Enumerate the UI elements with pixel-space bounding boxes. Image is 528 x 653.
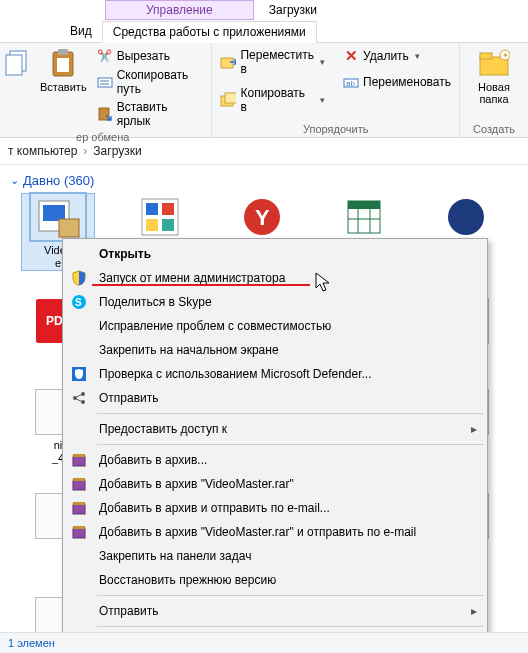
paste-shortcut-button[interactable]: Вставить ярлык [97,100,204,128]
copy-path-icon [97,74,113,90]
copy-path-button[interactable]: Скопировать путь [97,68,204,96]
app-icon [439,194,493,240]
ribbon-tab-view[interactable]: Вид [60,21,102,41]
menu-restore-version[interactable]: Восстановить прежнюю версию [65,568,485,592]
svg-rect-47 [73,502,85,505]
ribbon-group-create: Создать [468,123,520,135]
title-tabs: Управление Загрузки [0,0,528,20]
svg-rect-42 [73,456,85,466]
svg-point-38 [81,392,85,396]
excel-icon [337,194,391,240]
svg-rect-24 [146,219,158,231]
cut-button[interactable]: ✂️ Вырезать [97,48,204,64]
svg-rect-44 [73,480,85,490]
chevron-down-icon: ▾ [320,95,325,105]
copy-to-icon [220,92,236,108]
winrar-icon [69,498,89,518]
menu-give-access[interactable]: Предоставить доступ к▸ [65,417,485,441]
svg-rect-4 [57,58,69,72]
delete-icon: ✕ [343,48,359,64]
menu-send[interactable]: Отправить [65,386,485,410]
svg-rect-23 [162,203,174,215]
svg-rect-15 [480,53,492,59]
breadcrumb-computer[interactable]: т компьютер [8,144,77,158]
rename-button[interactable]: ab Переименовать [343,74,451,90]
svg-rect-8 [99,108,109,120]
copy-path-label: Скопировать путь [117,68,204,96]
menu-compatibility[interactable]: Исправление проблем с совместимостью [65,314,485,338]
paste-shortcut-icon [97,106,113,122]
ribbon: Вставить ✂️ Вырезать Скопировать путь [0,43,528,138]
svg-rect-11 [225,93,236,103]
svg-line-40 [77,395,82,398]
chevron-right-icon: › [83,144,87,158]
ribbon-tabs: Вид Средства работы с приложениями [0,20,528,43]
svg-rect-29 [348,201,380,209]
svg-rect-20 [59,219,79,237]
ribbon-group-clipboard: ер обмена [2,131,203,143]
yandex-icon: Y [235,194,289,240]
group-header-label: Давно (360) [23,173,94,188]
copy-to-button[interactable]: Копировать в▾ [220,86,325,114]
svg-point-39 [81,400,85,404]
rename-icon: ab [343,74,359,90]
ribbon-tab-app-tools[interactable]: Средства работы с приложениями [102,21,317,43]
new-folder-icon: ✦ [478,47,510,79]
svg-rect-49 [73,526,85,529]
move-to-label: Переместить в [240,48,314,76]
breadcrumb-downloads[interactable]: Загрузки [93,144,141,158]
chevron-down-icon: ⌄ [10,174,19,187]
menu-send-to[interactable]: Отправить▸ [65,599,485,623]
menu-archive-email-named[interactable]: Добавить в архив "VideoMaster.rar" и отп… [65,520,485,544]
menu-add-archive-named[interactable]: Добавить в архив "VideoMaster.rar" [65,472,485,496]
copy-button[interactable] [2,47,34,129]
tab-downloads: Загрузки [254,0,332,20]
svg-rect-45 [73,478,85,481]
delete-label: Удалить [363,49,409,63]
share-icon [69,388,89,408]
copy-icon [2,47,34,79]
context-menu: Открыть Запуск от имени администратора S… [62,238,488,653]
winrar-icon [69,450,89,470]
paste-button[interactable]: Вставить [40,47,87,129]
app-icon [133,194,187,240]
menu-pin-taskbar[interactable]: Закрепить на панели задач [65,544,485,568]
chevron-down-icon: ▾ [415,51,420,61]
svg-rect-46 [73,504,85,514]
svg-rect-22 [146,203,158,215]
menu-add-archive[interactable]: Добавить в архив... [65,448,485,472]
ribbon-group-organize: Упорядочить [220,123,451,135]
svg-rect-1 [6,55,22,75]
menu-defender-scan[interactable]: Проверка с использованием Microsoft Defe… [65,362,485,386]
paste-shortcut-label: Вставить ярлык [117,100,204,128]
rename-label: Переименовать [363,75,451,89]
winrar-icon [69,522,89,542]
svg-rect-43 [73,454,85,457]
move-to-icon [220,54,236,70]
menu-run-as-admin[interactable]: Запуск от имени администратора [65,266,485,290]
menu-pin-start[interactable]: Закрепить на начальном экране [65,338,485,362]
svg-rect-3 [58,49,68,55]
move-to-button[interactable]: Переместить в▾ [220,48,325,76]
chevron-down-icon: ▾ [320,57,325,67]
chevron-right-icon: ▸ [471,422,477,436]
menu-archive-email[interactable]: Добавить в архив и отправить по e-mail..… [65,496,485,520]
group-header-old[interactable]: ⌄ Давно (360) [10,173,520,188]
menu-share-skype[interactable]: S Поделиться в Skype [65,290,485,314]
tab-manage[interactable]: Управление [105,0,254,20]
new-folder-label: Новаяпапка [478,81,510,105]
cut-label: Вырезать [117,49,170,63]
defender-icon [69,364,89,384]
new-folder-button[interactable]: ✦ Новаяпапка [468,47,520,105]
installer-icon [31,194,85,240]
winrar-icon [69,474,89,494]
svg-text:✦: ✦ [502,51,509,60]
delete-button[interactable]: ✕ Удалить▾ [343,48,451,64]
skype-icon: S [69,292,89,312]
status-bar: 1 элемен [0,632,528,653]
shield-icon [69,268,89,288]
status-selection: 1 элемен [8,637,55,649]
menu-open[interactable]: Открыть [65,242,485,266]
svg-text:S: S [75,297,82,308]
svg-rect-25 [162,219,174,231]
